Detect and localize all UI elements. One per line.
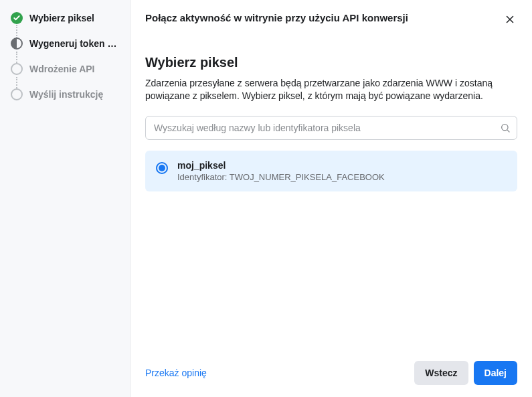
wizard-sidebar: Wybierz piksel Wygeneruj token do… Wdroż… — [0, 0, 130, 397]
step-label: Wygeneruj token do… — [29, 38, 120, 49]
footer-actions: Wstecz Dalej — [414, 361, 517, 385]
section-description: Zdarzenia przesyłane z serwera będą prze… — [145, 77, 517, 102]
step-wdrozenie-api[interactable]: Wdrożenie API — [11, 63, 120, 75]
dialog-footer: Przekaż opinię Wstecz Dalej — [145, 351, 517, 397]
pixel-option-text: moj_piksel Identyfikator: TWOJ_NUMER_PIK… — [177, 160, 385, 182]
step-wybierz-piksel[interactable]: Wybierz piksel — [11, 12, 120, 24]
dialog-header: Połącz aktywność w witrynie przy użyciu … — [145, 12, 517, 29]
svg-point-0 — [502, 124, 508, 130]
back-button[interactable]: Wstecz — [414, 361, 468, 385]
half-circle-icon — [11, 37, 23, 50]
pixel-option[interactable]: moj_piksel Identyfikator: TWOJ_NUMER_PIK… — [145, 151, 517, 191]
check-circle-icon — [11, 12, 23, 24]
section-title: Wybierz piksel — [145, 55, 517, 70]
feedback-link[interactable]: Przekaż opinię — [145, 368, 207, 378]
step-label: Wybierz piksel — [29, 13, 94, 23]
empty-circle-icon — [11, 63, 23, 75]
empty-circle-icon — [11, 88, 23, 100]
search-icon — [500, 123, 511, 133]
dialog-title: Połącz aktywność w witrynie przy użyciu … — [145, 12, 408, 23]
step-label: Wdrożenie API — [29, 64, 95, 74]
pixel-id: Identyfikator: TWOJ_NUMER_PIKSELA_FACEBO… — [177, 172, 385, 182]
content-area: Wybierz piksel Zdarzenia przesyłane z se… — [145, 29, 517, 351]
step-wyslij-instrukcje[interactable]: Wyślij instrukcję — [11, 88, 120, 100]
step-label: Wyślij instrukcję — [29, 89, 103, 100]
close-icon — [504, 16, 516, 27]
pixel-name: moj_piksel — [177, 160, 385, 171]
search-input[interactable] — [145, 116, 517, 140]
close-button[interactable] — [503, 12, 517, 29]
main-panel: Połącz aktywność w witrynie przy użyciu … — [130, 0, 532, 397]
step-wygeneruj-token[interactable]: Wygeneruj token do… — [11, 37, 120, 50]
radio-selected-icon — [156, 162, 168, 174]
next-button[interactable]: Dalej — [474, 361, 517, 385]
search-container — [145, 116, 517, 140]
